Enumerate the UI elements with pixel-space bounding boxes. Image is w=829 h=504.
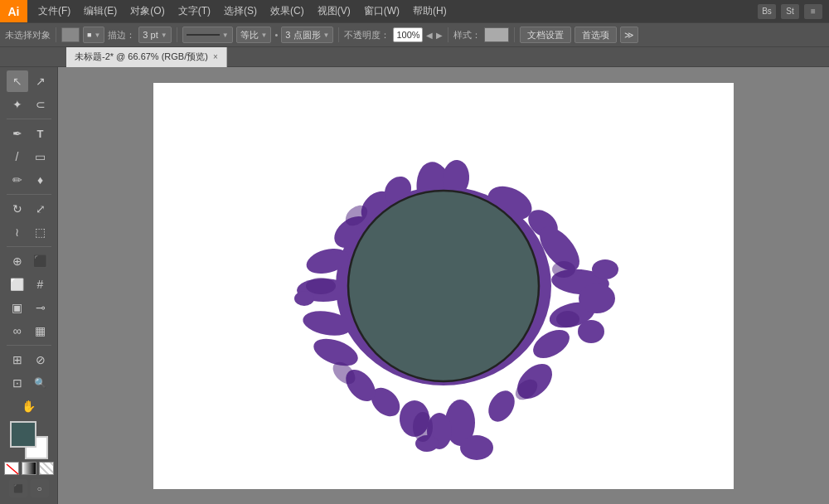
toolbar-sep-5 (514, 27, 515, 42)
live-paint-tool[interactable]: ⬛ (30, 250, 51, 272)
svg-point-11 (578, 320, 604, 343)
scale-tool[interactable]: ⤢ (30, 198, 51, 220)
tool-row-11: ∞ ▦ (7, 320, 51, 342)
toolbar-sep-3 (338, 27, 339, 42)
left-toolbar: ↖ ↗ ✦ ⊂ ✒ T / ▭ ✏ ♦ ↻ ⤢ ≀ ⬚ ⊕ (0, 67, 58, 504)
magic-wand-tool[interactable]: ✦ (7, 94, 28, 115)
hand-tool[interactable]: ✋ (18, 395, 40, 417)
tool-row-2: ✦ ⊂ (7, 94, 51, 115)
foreground-swatch[interactable] (10, 421, 36, 448)
perspective-tool[interactable]: ⬜ (7, 274, 28, 295)
canvas-document (153, 83, 734, 489)
tab-title: 未标题-2* @ 66.67% (RGB/预览) (75, 51, 208, 63)
tool-row-1: ↖ ↗ (7, 70, 51, 92)
style-color-box[interactable] (484, 27, 509, 42)
tabbar: 未标题-2* @ 66.67% (RGB/预览) × (0, 47, 829, 67)
fill-color-box[interactable] (61, 27, 80, 42)
paintbrush-tool[interactable]: ♦ (30, 169, 51, 191)
toolbar-sep-4 (448, 27, 448, 42)
tool-row-5: ✏ ♦ (7, 169, 51, 191)
style-label: 样式： (453, 29, 481, 41)
ai-logo: Ai (0, 0, 27, 22)
stroke-style-dropdown[interactable]: ▼ (182, 27, 233, 43)
tool-row-12: ⊞ ⊘ (7, 349, 51, 371)
dash-label-dropdown[interactable]: 等比 ▼ (236, 27, 272, 43)
pattern-swatch[interactable] (39, 462, 54, 475)
stroke-label: 描边： (108, 29, 135, 41)
direct-select-tool[interactable]: ↗ (30, 70, 51, 92)
menu-object[interactable]: 对象(O) (124, 2, 170, 21)
change-screen-icon[interactable]: ⬛ (9, 479, 27, 497)
tool-row-3: ✒ T (7, 123, 51, 144)
svg-line-0 (7, 464, 18, 474)
shape-builder-tool[interactable]: ⊕ (7, 250, 28, 272)
no-selection-label: 未选择对象 (5, 29, 51, 41)
menu-help[interactable]: 帮助(H) (407, 2, 453, 21)
svg-point-34 (413, 412, 433, 442)
blend-tool[interactable]: ∞ (7, 320, 28, 342)
panels-icon[interactable]: ≡ (804, 4, 822, 19)
pencil-tool[interactable]: ✏ (7, 169, 28, 191)
tool-sep-1 (7, 119, 51, 119)
gradient-swatch[interactable] (22, 462, 36, 475)
svg-point-27 (460, 435, 493, 460)
opacity-input[interactable] (393, 27, 423, 42)
extra-btn[interactable]: ≫ (620, 27, 638, 43)
svg-point-36 (306, 278, 336, 294)
eyedropper-tool[interactable]: ⊸ (30, 297, 51, 318)
bridge-icon[interactable]: Bs (758, 4, 776, 19)
opacity-label: 不透明度： (344, 29, 390, 41)
zoom-tool[interactable]: 🔍 (30, 372, 51, 394)
gradient-tool[interactable]: ▣ (7, 297, 28, 318)
lasso-tool[interactable]: ⊂ (30, 94, 51, 115)
line-tool[interactable]: / (7, 146, 28, 167)
tool-row-13: ⊡ 🔍 (7, 372, 51, 394)
eraser-tool[interactable]: ⊡ (7, 372, 28, 394)
artwork-svg (261, 108, 626, 464)
svg-point-13 (483, 385, 520, 426)
menu-effect[interactable]: 效果(C) (264, 2, 310, 21)
tool-row-9: ⬜ # (7, 274, 51, 295)
tab-close[interactable]: × (213, 52, 218, 61)
slice-tool[interactable]: ⊘ (30, 349, 51, 371)
preferences-btn[interactable]: 首选项 (574, 27, 617, 43)
svg-point-32 (556, 311, 579, 327)
tool-row-7: ≀ ⬚ (7, 221, 51, 243)
svg-point-10 (579, 284, 615, 313)
menu-type[interactable]: 文字(T) (172, 2, 216, 21)
pen-tool[interactable]: ✒ (7, 123, 28, 144)
mesh-tool[interactable]: # (30, 274, 51, 295)
rotate-tool[interactable]: ↻ (7, 198, 28, 220)
tool-row-6: ↻ ⤢ (7, 198, 51, 220)
tool-row-4: / ▭ (7, 146, 51, 167)
menu-window[interactable]: 窗口(W) (358, 2, 405, 21)
menu-view[interactable]: 视图(V) (312, 2, 356, 21)
menu-bar: 文件(F) 编辑(E) 对象(O) 文字(T) 选择(S) 效果(C) 视图(V… (32, 2, 753, 21)
type-tool[interactable]: T (30, 123, 51, 144)
menu-file[interactable]: 文件(F) (32, 2, 76, 21)
toolbar-sep-1 (56, 27, 56, 42)
point-shape-dropdown[interactable]: 3 点圆形 ▼ (281, 27, 333, 43)
main-area: ↖ ↗ ✦ ⊂ ✒ T / ▭ ✏ ♦ ↻ ⤢ ≀ ⬚ ⊕ (0, 67, 829, 504)
none-swatch[interactable] (4, 462, 19, 475)
titlebar: Ai 文件(F) 编辑(E) 对象(O) 文字(T) 选择(S) 效果(C) 视… (0, 0, 829, 22)
rectangle-tool[interactable]: ▭ (30, 146, 51, 167)
menu-select[interactable]: 选择(S) (218, 2, 263, 21)
opacity-arrow-left[interactable]: ◀ (426, 31, 433, 40)
drawing-mode-icon[interactable]: ○ (31, 479, 49, 497)
document-tab[interactable]: 未标题-2* @ 66.67% (RGB/预览) × (66, 47, 227, 67)
canvas-area[interactable] (58, 67, 829, 504)
stroke-box-dropdown[interactable]: ■ ▼ (83, 27, 104, 43)
opacity-arrow-right[interactable]: ▶ (436, 31, 443, 40)
artboard-tool[interactable]: ⊞ (7, 349, 28, 371)
extra-icons-row: ⬛ ○ (9, 479, 49, 497)
stroke-width-dropdown[interactable]: 3 pt ▼ (138, 27, 171, 43)
doc-settings-btn[interactable]: 文档设置 (520, 27, 571, 43)
svg-point-26 (592, 259, 618, 279)
warp-tool[interactable]: ≀ (7, 221, 28, 243)
bar-chart-tool[interactable]: ▦ (30, 320, 51, 342)
select-tool[interactable]: ↖ (7, 70, 28, 92)
stock-icon[interactable]: St (781, 4, 799, 19)
free-transform-tool[interactable]: ⬚ (30, 221, 51, 243)
menu-edit[interactable]: 编辑(E) (78, 2, 123, 21)
